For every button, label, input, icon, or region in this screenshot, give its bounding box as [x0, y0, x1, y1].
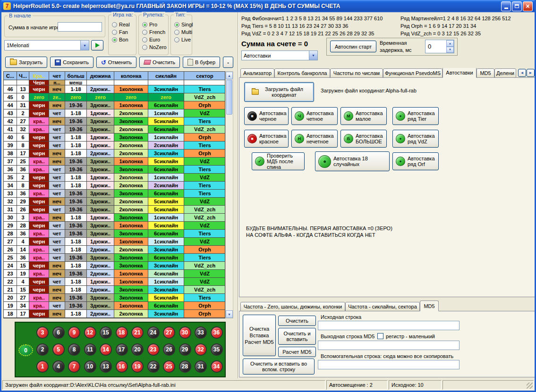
roulette-number-17[interactable]: 17: [116, 343, 128, 356]
bet-red-button[interactable]: ■Автоставка красное: [244, 130, 289, 148]
bottom-tab-2[interactable]: MD5: [420, 300, 439, 311]
radio-french[interactable]: French: [142, 28, 167, 36]
roulette-number-15[interactable]: 15: [100, 326, 112, 339]
bet-even-button[interactable]: ЧАвтоставка четное: [291, 107, 338, 125]
radio-real[interactable]: Real: [112, 21, 135, 28]
radio-euro[interactable]: Euro: [142, 36, 167, 43]
table-row[interactable]: 303кра..неч1-181дюжи..3колонка1сиклайнVd…: [4, 214, 225, 222]
bottom-tab-0[interactable]: Частота - Zero, шансы, дюжины, колонки: [240, 302, 345, 311]
table-row[interactable]: 348чернчет1-181дюжи..2колонка2сиклайнTie…: [4, 182, 225, 190]
roulette-number-3[interactable]: 3: [36, 326, 49, 339]
md5-multi-button[interactable]: Очистка Вставка Расчет MD5: [243, 315, 276, 356]
maximize-button[interactable]: [512, 1, 522, 11]
radio-multi[interactable]: Multi: [174, 28, 191, 36]
bet-small-button[interactable]: МАвтоставка малое: [340, 107, 387, 125]
roulette-number-8[interactable]: 8: [68, 343, 80, 356]
main-tab-3[interactable]: Функционал PsevdoMS: [383, 68, 442, 78]
roulette-number-1[interactable]: 1: [36, 360, 49, 373]
roulette-number-5[interactable]: 5: [52, 343, 65, 356]
radio-live[interactable]: Live: [174, 36, 191, 43]
roulette-number-23[interactable]: 23: [147, 343, 160, 356]
table-row[interactable]: 3126чернчет19-363дюжи..2колонка5сиклайнV…: [4, 206, 225, 214]
roulette-number-7[interactable]: 7: [68, 360, 80, 373]
roulette-number-16[interactable]: 16: [116, 360, 128, 373]
table-row[interactable]: 2614кра..чет1-182дюжи..2колонка3сиклайнO…: [4, 246, 225, 254]
md5-source-input[interactable]: [318, 321, 459, 330]
table-row[interactable]: 3229черннеч19-363дюжи..2колонка5сиклайнV…: [4, 198, 225, 206]
md5-helper-input[interactable]: [318, 360, 459, 369]
delay-spinner[interactable]: 0 ▲ ▼: [425, 40, 454, 53]
roulette-number-13[interactable]: 13: [100, 360, 112, 373]
roulette-number-34[interactable]: 34: [211, 360, 223, 373]
radio-fan[interactable]: Fan: [112, 28, 135, 36]
main-tab-0[interactable]: Анализатор: [240, 68, 274, 78]
table-row[interactable]: 4132кра..чет19-363дюжи..2колонка6сиклайн…: [4, 125, 225, 133]
table-row[interactable]: 2536кра..чет19-363дюжи..3колонка6сиклайн…: [4, 254, 225, 262]
roulette-number-2[interactable]: 2: [36, 343, 49, 356]
roulette-number-36[interactable]: 36: [211, 326, 223, 339]
roulette-number-11[interactable]: 11: [84, 343, 96, 356]
table-row[interactable]: 4227кра..неч19-363дюжи..3колонка5сиклайн…: [4, 117, 225, 125]
roulette-number-27[interactable]: 27: [163, 326, 175, 339]
register-checkbox[interactable]: [377, 333, 383, 339]
table-row[interactable]: 450zeroze..zerozerozerozeroVdZ_zch: [4, 93, 225, 101]
table-row[interactable]: 3336кра..чет19-363дюжи..3колонка6сиклайн…: [4, 190, 225, 198]
autobet-combo-dropdown-button[interactable]: ▼: [309, 51, 317, 60]
table-row[interactable]: 2836кра..чет19-363дюжи..3колонка6сиклайн…: [4, 230, 225, 238]
table-row[interactable]: 3636кра..чет19-363дюжи..3колонка6сиклайн…: [4, 166, 225, 174]
bet-tier-button[interactable]: ●Автоставка ряд Tier: [392, 107, 439, 125]
scrollbar-down-button[interactable]: ▼: [226, 310, 233, 318]
table-scrollbar[interactable]: ▲ ▼: [225, 71, 233, 318]
autobet-combo[interactable]: Автоставки ▼: [241, 50, 318, 60]
main-tab-5[interactable]: MD5: [476, 68, 494, 78]
scrollbar-up-button[interactable]: ▲: [226, 72, 233, 79]
spinner-up-button[interactable]: ▲: [446, 40, 454, 47]
check-md5-button[interactable]: ✓Проверить МД5 после спина: [252, 152, 305, 170]
table-row[interactable]: 4613черннеч1-182дюжи..1колонка3сиклайнTi…: [4, 85, 225, 93]
roulette-number-31[interactable]: 31: [195, 360, 207, 373]
table-row[interactable]: 274чернчет1-181дюжи..1колонка1сиклайнVdZ: [4, 238, 225, 246]
autospin-start-button[interactable]: Автоспин старт: [330, 41, 376, 52]
load-coordinates-button[interactable]: Загрузить файл координат: [244, 82, 314, 102]
roulette-number-4[interactable]: 4: [52, 360, 65, 373]
table-row[interactable]: 2928чернчет19-363дюжи..1колонка5сиклайнV…: [4, 222, 225, 230]
spinner-down-button[interactable]: ▼: [446, 47, 454, 53]
roulette-number-33[interactable]: 33: [195, 326, 207, 339]
table-row[interactable]: 398чернчет1-181дюжи..2колонка2сиклайнTie…: [4, 142, 225, 150]
table-row[interactable]: 2027кра..неч19-363дюжи..3колонка5сиклайн…: [4, 294, 225, 302]
main-tab-2[interactable]: Частоты по числам: [330, 68, 383, 78]
toolbar-buffer-button[interactable]: В буфер: [183, 57, 220, 68]
toolbar-collapse-button[interactable]: -: [223, 57, 233, 68]
bet-big-button[interactable]: БАвтоставка БОЛЬШОЕ: [340, 130, 387, 148]
main-tab-1[interactable]: Контроль банкролла: [274, 68, 330, 78]
preset-combo-dropdown-button[interactable]: ▼: [80, 41, 89, 50]
table-row[interactable]: 2115черннеч1-182дюжи..3колонка3сиклайнVd…: [4, 286, 225, 294]
bet-random18-button[interactable]: ●Автоставка 18 случайных: [315, 151, 390, 171]
md5-calc-button[interactable]: Расчет MD5: [278, 347, 316, 357]
roulette-number-12[interactable]: 12: [84, 326, 96, 339]
roulette-number-14[interactable]: 14: [100, 343, 112, 356]
roulette-number-22[interactable]: 22: [147, 360, 160, 373]
roulette-number-25[interactable]: 25: [163, 360, 175, 373]
toolbar-undo-button[interactable]: ↺Отменить: [96, 57, 136, 68]
minimize-button[interactable]: [501, 1, 511, 11]
close-button[interactable]: ×: [523, 1, 533, 11]
table-row[interactable]: 2319кра..неч19-362дюжи..1колонка4сиклайн…: [4, 270, 225, 278]
roulette-number-26[interactable]: 26: [163, 343, 175, 356]
tab-scroll-left-button[interactable]: ◄: [518, 69, 526, 77]
roulette-number-0[interactable]: 0: [18, 344, 33, 356]
bet-odd-button[interactable]: НАвтоставка нечетное: [291, 130, 338, 148]
main-tab-4[interactable]: Автоставки: [442, 68, 476, 78]
table-row[interactable]: 3817черннеч1-182дюжи..2колонка3сиклайнOr…: [4, 150, 225, 158]
md5-clear-paste-helper-button[interactable]: Очистить и вставить во вспом. строку: [243, 359, 315, 375]
md5-output-input[interactable]: [318, 341, 459, 350]
toolbar-save-button[interactable]: Сохранить: [50, 57, 94, 68]
radio-singl[interactable]: Singl: [174, 21, 191, 28]
preset-combo[interactable]: 1Melonati ▼: [4, 40, 89, 50]
roulette-number-30[interactable]: 30: [179, 326, 191, 339]
roulette-number-28[interactable]: 28: [179, 360, 191, 373]
table-row[interactable]: 4431черннеч19-363дюжи..1колонка6сиклайнO…: [4, 101, 225, 109]
roulette-number-10[interactable]: 10: [84, 360, 96, 373]
table-row[interactable]: 1817черннеч1-182дюжи..2колонка3сиклайнOr…: [4, 310, 225, 318]
roulette-number-20[interactable]: 20: [131, 343, 144, 356]
